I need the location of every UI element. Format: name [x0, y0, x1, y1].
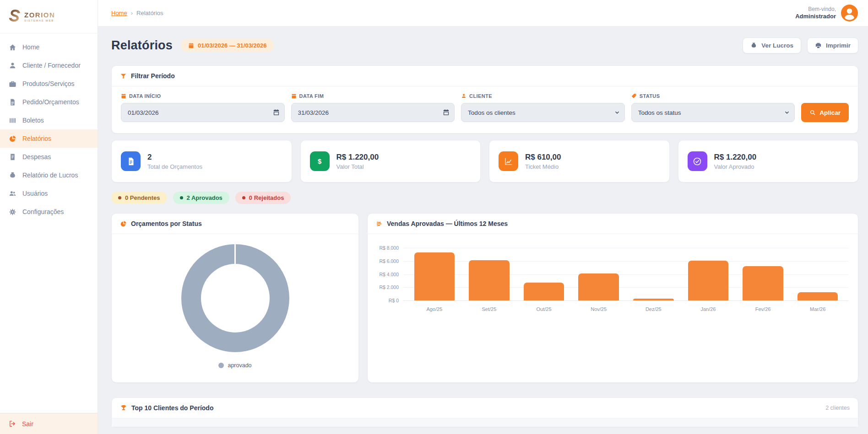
breadcrumb-home-link[interactable]: Home: [111, 10, 127, 16]
stat-label: Valor Total: [336, 163, 379, 170]
sidebar-item-label: Configurações: [22, 208, 64, 215]
stat-label: Valor Aprovado: [714, 163, 757, 170]
bar-card-title: Vendas Aprovadas — Últimos 12 Meses: [387, 220, 508, 227]
brand-logo[interactable]: ZORION SISTEMAS WEB: [0, 0, 98, 33]
sidebar-item-label: Despesas: [22, 153, 51, 161]
main-content: Relatórios 01/03/2026 — 31/03/2026 Ver L…: [98, 27, 868, 434]
ver-lucros-button[interactable]: Ver Lucros: [743, 38, 801, 54]
sidebar-item-cliente-fornecedor[interactable]: Cliente / Fornecedor: [0, 56, 98, 75]
welcome-line1: Bem-vindo,: [795, 6, 836, 13]
sidebar-item-relatorio-de-lucros[interactable]: Relatório de Lucros: [0, 166, 98, 184]
document-icon: [8, 98, 16, 106]
sidebar-item-usuarios[interactable]: Usuários: [0, 184, 98, 203]
bar-slot: [407, 248, 462, 300]
status-label: STATUS: [631, 93, 795, 99]
logout-label: Sair: [22, 420, 33, 428]
donut-legend-label: aprovado: [228, 362, 251, 369]
filter-title: Filtrar Período: [131, 72, 175, 80]
welcome-line2: Administrador: [795, 13, 836, 20]
bar-Ago/25: [414, 252, 455, 300]
person-icon: [461, 93, 467, 99]
page-title: Relatórios: [111, 38, 173, 53]
bar-chart: R$ 8.000R$ 6.000R$ 4.000R$ 2.000R$ 0 Ago…: [368, 234, 858, 382]
donut-legend-dot: [218, 363, 224, 368]
avatar[interactable]: [841, 5, 858, 21]
status-label-text: STATUS: [640, 93, 660, 99]
badge-label: 2 Aprovados: [187, 194, 222, 201]
data-inicio-input[interactable]: [121, 103, 285, 122]
sidebar: ZORION SISTEMAS WEB Home Cliente / Forne…: [0, 0, 98, 434]
sidebar-item-relatorios[interactable]: Relatórios: [0, 129, 98, 148]
y-tick-label: R$ 8.000: [379, 245, 399, 251]
badge-rejeitados: 0 Rejeitados: [235, 192, 291, 204]
sidebar-item-label: Boletos: [22, 117, 44, 124]
person-icon: [8, 62, 16, 70]
bar-Set/25: [469, 260, 510, 300]
cliente-select[interactable]: Todos os clientes: [461, 103, 625, 122]
sidebar-item-pedido-orcamentos[interactable]: Pedido/Orçamentos: [0, 93, 98, 111]
bar-Mar/26: [797, 292, 838, 300]
cliente-label-text: CLIENTE: [469, 93, 492, 99]
bar-Jan/26: [688, 261, 729, 300]
bar-Nov/25: [578, 273, 619, 300]
data-fim-label: DATA FIM: [291, 93, 455, 99]
gridline: [403, 300, 849, 301]
donut-chart-card: Orçamentos por Status aprovado: [111, 213, 359, 383]
sidebar-item-despesas[interactable]: Despesas: [0, 148, 98, 166]
stat-card-ticket-medio: R$ 610,00 Ticket Médio: [489, 140, 670, 182]
data-fim-input[interactable]: [291, 103, 455, 122]
badge-dot: [118, 196, 121, 199]
stat-label: Total de Orçamentos: [147, 163, 202, 170]
sidebar-item-produtos-servicos[interactable]: Produtos/Serviços: [0, 75, 98, 93]
bar-chart-xlabels: Ago/25Set/25Out/25Nov/25Dez/25Jan/26Fev/…: [403, 306, 849, 312]
aplicar-button[interactable]: Aplicar: [801, 103, 849, 122]
breadcrumb-current: Relatórios: [136, 10, 163, 16]
x-tick-label: Nov/25: [571, 306, 626, 312]
stat-card-total-orcamentos: 2 Total de Orçamentos: [111, 140, 292, 182]
bar-slot: [681, 248, 736, 300]
sidebar-item-label: Produtos/Serviços: [22, 80, 75, 87]
donut-legend: aprovado: [218, 362, 251, 369]
stat-card-valor-total: $ R$ 1.220,00 Valor Total: [300, 140, 481, 182]
y-tick-label: R$ 0: [389, 298, 399, 303]
dollar-stat-icon: $: [310, 151, 330, 171]
stat-value: 2: [147, 153, 202, 162]
data-inicio-label: DATA INÍCIO: [121, 93, 285, 99]
chart-line-stat-icon: [499, 151, 518, 171]
gear-icon: [8, 208, 16, 216]
receipt-icon: [8, 153, 16, 161]
sidebar-item-label: Cliente / Fornecedor: [22, 62, 81, 69]
home-icon: [8, 43, 16, 51]
sidebar-item-label: Home: [22, 43, 39, 51]
user-box: Bem-vindo, Administrador: [795, 5, 858, 21]
welcome-text: Bem-vindo, Administrador: [795, 6, 836, 20]
sidebar-item-configuracoes[interactable]: Configurações: [0, 203, 98, 221]
sidebar-item-label: Usuários: [22, 190, 48, 197]
bar-slot: [571, 248, 626, 300]
badge-dot: [180, 196, 183, 199]
imprimir-button[interactable]: Imprimir: [807, 38, 858, 54]
ver-lucros-label: Ver Lucros: [761, 42, 793, 49]
bar-slot: [736, 248, 791, 300]
top-clients-body: [112, 418, 858, 427]
calendar-icon: [121, 93, 126, 99]
badge-label: 0 Pendentes: [125, 194, 160, 201]
badge-pendentes: 0 Pendentes: [111, 192, 167, 204]
status-select[interactable]: Todos os status: [631, 103, 795, 122]
pie-chart-icon: [8, 135, 16, 143]
x-tick-label: Out/25: [516, 306, 571, 312]
sidebar-item-home[interactable]: Home: [0, 38, 98, 56]
bar-slot: [516, 248, 571, 300]
bar-Out/25: [524, 283, 564, 300]
donut-hole: [201, 264, 270, 332]
y-tick-label: R$ 2.000: [379, 284, 399, 290]
x-tick-label: Dez/25: [626, 306, 681, 312]
users-icon: [8, 190, 16, 198]
bar-chart-yaxis: R$ 8.000R$ 6.000R$ 4.000R$ 2.000R$ 0: [373, 248, 403, 300]
period-badge-label: 01/03/2026 — 31/03/2026: [198, 42, 266, 49]
topbar: Home › Relatórios Bem-vindo, Administrad…: [98, 0, 868, 27]
top-clients-card: Top 10 Clientes do Período 2 clientes: [111, 397, 858, 427]
logout-button[interactable]: Sair: [0, 413, 98, 434]
svg-text:$: $: [318, 158, 321, 165]
sidebar-item-boletos[interactable]: Boletos: [0, 111, 98, 129]
